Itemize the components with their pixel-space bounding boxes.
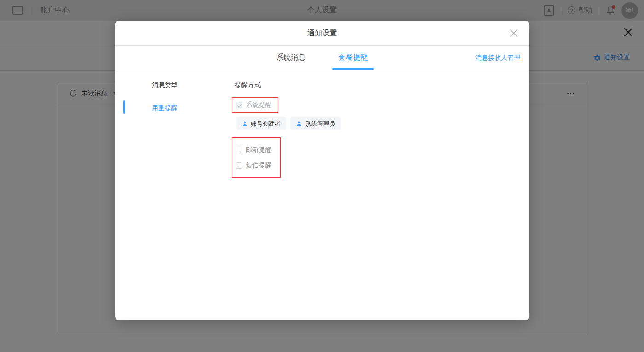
recipient-tag-label: 系统管理员 <box>305 120 335 128</box>
active-item-indicator <box>123 100 125 114</box>
manage-recipients-link[interactable]: 消息接收人管理 <box>475 45 520 70</box>
tab-system-messages[interactable]: 系统消息 <box>276 45 306 70</box>
recipient-tag-label: 账号创建者 <box>251 120 281 128</box>
tab-package-reminder[interactable]: 套餐提醒 <box>332 45 374 70</box>
system-reminder-label: 系统提醒 <box>246 101 272 109</box>
modal-title: 通知设置 <box>115 21 529 45</box>
screen: 账户中心 个人设置 A ? 帮助 谭1 <box>0 0 644 352</box>
sms-reminder-label: 短信提醒 <box>246 161 272 170</box>
recipient-tag-creator: 账号创建者 <box>236 117 286 130</box>
recipient-tag-admin: 系统管理员 <box>290 117 341 130</box>
message-type-column-header: 消息类型 <box>152 81 178 89</box>
message-type-usage-reminder[interactable]: 用量提醒 <box>152 104 178 112</box>
modal-header-divider <box>115 45 529 46</box>
modal-close-icon[interactable] <box>509 28 519 38</box>
system-reminder-checkbox[interactable] <box>236 102 242 108</box>
email-reminder-label: 邮箱提醒 <box>246 146 272 154</box>
system-reminder-highlight-box: 系统提醒 <box>232 97 278 113</box>
person-icon <box>242 121 248 127</box>
notification-settings-modal: 通知设置 系统消息 套餐提醒 消息接收人管理 消息类型 提醒方式 用量提醒 系统… <box>115 21 529 320</box>
sms-reminder-row: 短信提醒 <box>236 161 280 170</box>
person-icon <box>296 121 302 127</box>
tabs-divider <box>115 70 529 70</box>
reminder-method-column-header: 提醒方式 <box>235 81 261 89</box>
recipient-tags: 账号创建者 系统管理员 <box>236 117 341 130</box>
sms-reminder-checkbox[interactable] <box>236 162 242 169</box>
email-sms-highlight-box: 邮箱提醒 短信提醒 <box>232 137 281 178</box>
email-reminder-row: 邮箱提醒 <box>236 146 280 154</box>
email-reminder-checkbox[interactable] <box>236 147 242 153</box>
